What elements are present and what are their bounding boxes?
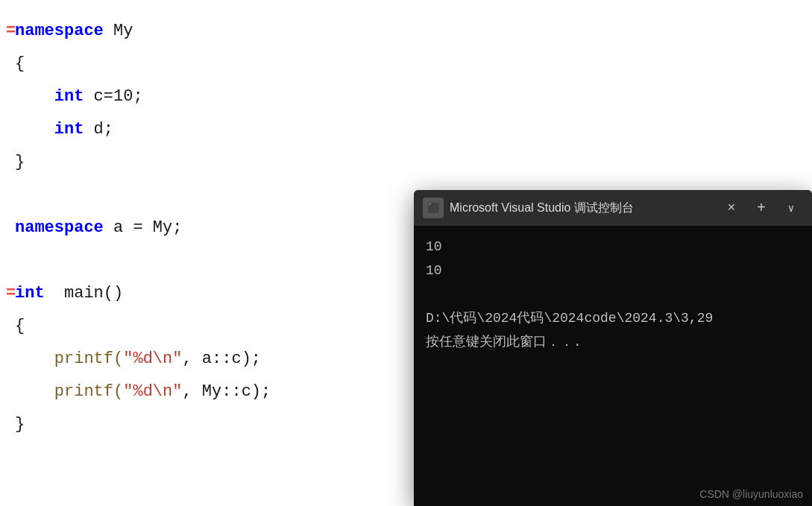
terminal-window: ⬛ Microsoft Visual Studio 调试控制台 × + ∨ 10… [414, 190, 812, 506]
terminal-dropdown-button[interactable]: ∨ [779, 196, 803, 220]
csdn-watermark: CSDN @liuyunluoxiao [699, 488, 803, 500]
terminal-app-icon: ⬛ [423, 197, 444, 218]
code-line-close-brace-1: } [15, 146, 812, 179]
terminal-add-button[interactable]: + [749, 196, 773, 220]
terminal-body: 1010 D:\代码\2024代码\2024code\2024.3\3,29按任… [414, 226, 812, 506]
code-line-ns-my: namespace My [15, 15, 812, 48]
code-line-open-brace-1: { [15, 48, 812, 80]
terminal-line-2 [426, 282, 800, 306]
terminal-line-3: D:\代码\2024代码\2024code\2024.3\3,29 [426, 306, 800, 330]
terminal-line-1: 10 [426, 259, 800, 282]
terminal-title: Microsoft Visual Studio 调试控制台 [450, 200, 714, 216]
terminal-titlebar: ⬛ Microsoft Visual Studio 调试控制台 × + ∨ [414, 190, 812, 226]
terminal-line-0: 10 [426, 235, 800, 259]
code-line-int-c: int c=10; [15, 80, 812, 113]
code-line-int-d: int d; [15, 113, 812, 146]
terminal-close-button[interactable]: × [720, 196, 743, 220]
terminal-line-4: 按任意键关闭此窗口．．. [426, 330, 800, 354]
